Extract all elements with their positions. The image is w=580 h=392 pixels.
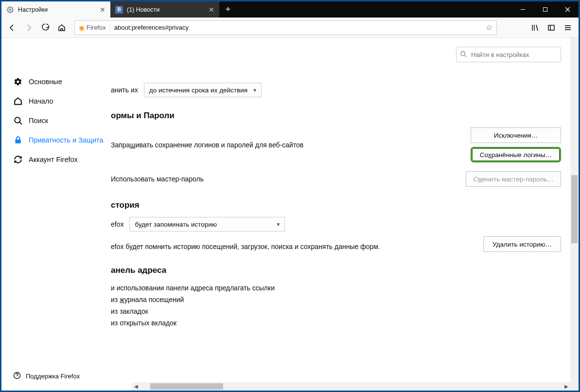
sidebar-item-account[interactable]: Аккаунт Firefox [1, 150, 111, 169]
back-button[interactable] [4, 20, 20, 36]
sidebar-item-general[interactable]: Основные [1, 72, 111, 91]
scroll-left-icon[interactable]: ◀ [132, 382, 140, 391]
url-bar[interactable]: ◉ Firefox ☆ [74, 20, 497, 35]
section-forms-passwords: ормы и Пароли [111, 111, 561, 121]
menu-button[interactable] [560, 20, 576, 36]
new-tab-button[interactable]: + [219, 1, 237, 18]
cookies-keep-select[interactable]: до истечения срока их действия ▼ [144, 83, 262, 97]
sidebar-item-privacy[interactable]: Приватность и Защита [1, 130, 111, 150]
gear-icon [13, 77, 23, 87]
exceptions-button[interactable]: Исключения… [471, 127, 561, 143]
lock-icon [13, 135, 23, 145]
svg-rect-15 [15, 140, 20, 143]
scroll-corner [570, 382, 579, 391]
forward-button[interactable] [21, 20, 36, 36]
identity-label: Firefox [87, 24, 106, 31]
select-value: будет запоминать историю [135, 221, 217, 228]
horizontal-scrollbar[interactable]: ◀ ▶ [132, 382, 570, 391]
svg-line-7 [536, 25, 538, 31]
search-icon [13, 116, 23, 125]
svg-rect-8 [548, 25, 554, 30]
sidebar-item-label: Аккаунт Firefox [29, 155, 78, 164]
close-window-button[interactable] [556, 1, 579, 18]
reload-button[interactable] [37, 20, 53, 36]
tab-settings[interactable]: Настройки ✕ [1, 1, 110, 18]
help-icon [13, 372, 21, 381]
content-area: Основные Начало Поиск Приватность и Защи… [1, 38, 579, 391]
tab-vk-news[interactable]: B (1) Новости ✕ [110, 1, 219, 18]
url-input[interactable] [114, 24, 482, 31]
svg-line-18 [465, 55, 467, 57]
sidebar-item-search[interactable]: Поиск [1, 111, 111, 130]
sidebar-item-label: Приватность и Защита [29, 136, 104, 145]
maximize-button[interactable] [534, 1, 556, 18]
svg-line-14 [19, 122, 22, 125]
scrollbar-thumb[interactable] [150, 383, 223, 390]
section-history: стория [111, 200, 561, 210]
sidebar-support-link[interactable]: Поддержка Firefox [1, 365, 111, 391]
history-mode-select[interactable]: будет запоминать историю ▼ [129, 217, 285, 232]
tab-label: Настройки [18, 6, 48, 13]
tab-label: (1) Новости [127, 6, 159, 13]
ask-save-logins-label: Запрашивать сохранение логинов и паролей… [111, 141, 303, 149]
svg-point-17 [461, 52, 465, 56]
tab-close-icon[interactable]: ✕ [209, 6, 214, 14]
svg-point-0 [9, 9, 11, 11]
sidebar-item-label: Поиск [29, 116, 48, 125]
history-description: efox будет помнить историю посещений, за… [111, 243, 380, 250]
addressbar-opt-bookmarks[interactable]: из закладок [111, 305, 561, 317]
identity-badge[interactable]: ◉ Firefox [79, 24, 110, 32]
search-icon [460, 51, 467, 59]
clear-history-button[interactable]: Удалить историю… [483, 236, 561, 252]
addressbar-intro: и использовании панели адреса предлагать… [111, 282, 561, 294]
library-button[interactable] [527, 20, 543, 36]
addressbar-opt-opentabs[interactable]: из открытых вкладок [111, 317, 561, 329]
sidebar-item-label: Основные [29, 77, 62, 87]
support-label: Поддержка Firefox [26, 373, 80, 380]
scrollbar-thumb[interactable] [571, 175, 578, 243]
window-controls [511, 1, 579, 18]
change-master-password-button: Сменить мастер-пароль… [466, 171, 561, 187]
sidebar-toggle-button[interactable] [544, 20, 559, 36]
preferences-sidebar: Основные Начало Поиск Приватность и Защи… [1, 38, 111, 391]
scroll-right-icon[interactable]: ▶ [562, 382, 570, 391]
minimize-button[interactable] [511, 1, 534, 18]
select-value: до истечения срока их действия [149, 87, 247, 94]
bookmark-star-icon[interactable]: ☆ [486, 23, 492, 32]
cookies-keep-label: анить их [111, 86, 138, 94]
preferences-search [456, 47, 561, 62]
section-addressbar: анель адреса [111, 266, 561, 275]
nav-toolbar: ◉ Firefox ☆ [1, 18, 579, 38]
svg-rect-2 [543, 8, 547, 12]
home-icon [13, 96, 23, 106]
use-master-password-label: Использовать мастер-пароль [111, 175, 204, 183]
vertical-scrollbar[interactable] [570, 38, 579, 382]
firefox-icon: ◉ [79, 24, 85, 32]
chevron-down-icon: ▼ [252, 88, 257, 93]
preferences-search-input[interactable] [456, 47, 561, 62]
tab-bar: Настройки ✕ B (1) Новости ✕ + [1, 1, 579, 18]
svg-point-13 [15, 117, 20, 123]
history-prefix: efox [111, 220, 123, 228]
saved-logins-button[interactable]: Сохранённые логины… [471, 147, 561, 162]
sidebar-item-home[interactable]: Начало [1, 91, 111, 111]
home-button[interactable] [54, 20, 70, 36]
vk-icon: B [115, 6, 123, 14]
sidebar-item-label: Начало [29, 97, 53, 106]
tab-close-icon[interactable]: ✕ [100, 6, 105, 14]
chevron-down-icon: ▼ [276, 222, 281, 227]
addressbar-opt-history[interactable]: из журнала посещений [111, 294, 561, 305]
sync-icon [13, 155, 23, 164]
gear-icon [6, 6, 14, 14]
preferences-main: анить их до истечения срока их действия … [111, 38, 579, 391]
